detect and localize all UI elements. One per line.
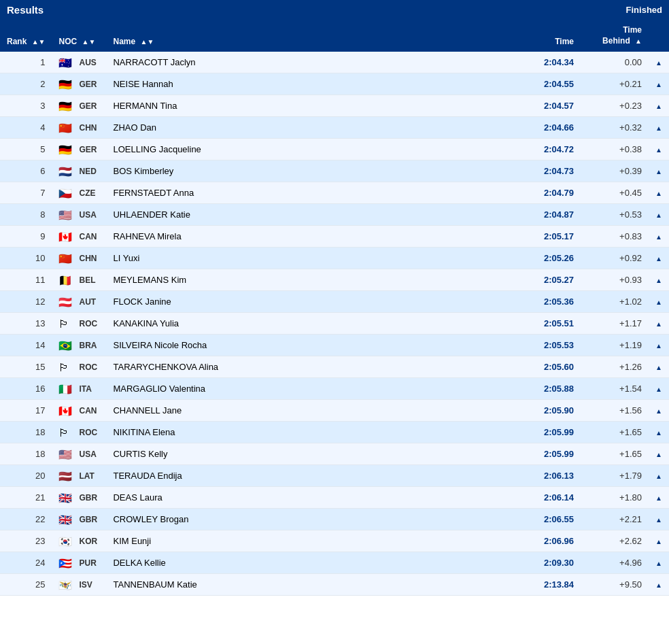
noc-code: NED (79, 167, 96, 176)
behind-cell: +0.93 (581, 269, 649, 291)
expand-chevron[interactable] (649, 226, 669, 248)
rank-cell: 12 (0, 291, 52, 313)
time-cell: 2:06.96 (499, 530, 581, 552)
expand-chevron[interactable] (649, 313, 669, 335)
time-cell: 2:04.55 (499, 73, 581, 95)
rank-cell: 9 (0, 226, 52, 248)
time-cell: 2:04.73 (499, 160, 581, 182)
expand-chevron[interactable] (649, 552, 669, 574)
noc-cell: 🇰🇷KOR (52, 530, 106, 552)
athlete-name: DEAS Laura (106, 487, 499, 509)
behind-cell: +0.45 (581, 182, 649, 204)
expand-chevron[interactable] (649, 378, 669, 400)
chevron-up-icon (655, 122, 662, 133)
name-header[interactable]: Name ▲▼ (106, 20, 499, 52)
noc-cell: 🇬🇧GBR (52, 487, 106, 509)
expand-chevron[interactable] (649, 465, 669, 487)
rank-cell: 15 (0, 356, 52, 378)
expand-chevron[interactable] (649, 400, 669, 422)
behind-cell: +0.92 (581, 248, 649, 269)
expand-chevron[interactable] (649, 117, 669, 139)
chevron-up-icon (655, 209, 662, 220)
chevron-up-icon (655, 188, 662, 198)
noc-cell: 🇨🇦CAN (52, 226, 106, 248)
behind-cell: +1.26 (581, 356, 649, 378)
athlete-name: MARGAGLIO Valentina (106, 378, 499, 400)
time-cell: 2:04.57 (499, 95, 581, 117)
behind-cell: +0.39 (581, 160, 649, 182)
rank-cell: 20 (0, 465, 52, 487)
time-cell: 2:05.90 (499, 400, 581, 422)
chevron-up-icon (655, 405, 662, 416)
expand-chevron[interactable] (649, 73, 669, 95)
expand-chevron[interactable] (649, 574, 669, 596)
expand-chevron[interactable] (649, 269, 669, 291)
time-cell: 2:04.66 (499, 117, 581, 139)
behind-cell: +1.56 (581, 400, 649, 422)
expand-chevron[interactable] (649, 530, 669, 552)
chevron-up-icon (655, 79, 662, 89)
time-cell: 2:05.51 (499, 313, 581, 335)
expand-chevron[interactable] (649, 487, 669, 509)
behind-cell: +1.17 (581, 313, 649, 335)
noc-cell: 🇨🇳CHN (52, 248, 106, 269)
expand-chevron[interactable] (649, 52, 669, 73)
flag-icon: 🇦🇺 (58, 58, 73, 67)
expand-chevron[interactable] (649, 182, 669, 204)
flag-icon: 🇩🇪 (58, 101, 73, 111)
table-row: 6🇳🇱NEDBOS Kimberley2:04.73+0.39 (0, 160, 669, 182)
expand-chevron[interactable] (649, 95, 669, 117)
athlete-name: MEYLEMANS Kim (106, 269, 499, 291)
table-row: 25🇻🇮ISVTANNENBAUM Katie2:13.84+9.50 (0, 574, 669, 596)
expand-chevron[interactable] (649, 509, 669, 530)
chevron-up-icon (655, 536, 662, 546)
chevron-up-icon (655, 579, 662, 590)
time-behind-header[interactable]: Time Behind ▲ (581, 20, 649, 52)
rank-cell: 10 (0, 248, 52, 269)
noc-code: CHN (79, 254, 97, 263)
time-header[interactable]: Time (499, 20, 581, 52)
expand-chevron[interactable] (649, 335, 669, 356)
table-row: 23🇰🇷KORKIM Eunji2:06.96+2.62 (0, 530, 669, 552)
expand-chevron[interactable] (649, 291, 669, 313)
rank-cell: 25 (0, 574, 52, 596)
noc-header[interactable]: NOC ▲▼ (52, 20, 106, 52)
noc-code: CZE (79, 188, 95, 198)
table-row: 13🏳ROCKANAKINA Yulia2:05.51+1.17 (0, 313, 669, 335)
rank-cell: 2 (0, 73, 52, 95)
table-row: 14🇧🇷BRASILVEIRA Nicole Rocha2:05.53+1.19 (0, 335, 669, 356)
behind-cell: +0.32 (581, 117, 649, 139)
expand-chevron[interactable] (649, 139, 669, 160)
time-cell: 2:04.72 (499, 139, 581, 160)
expand-header (649, 20, 669, 52)
expand-chevron[interactable] (649, 443, 669, 465)
athlete-name: CHANNELL Jane (106, 400, 499, 422)
expand-chevron[interactable] (649, 248, 669, 269)
expand-chevron[interactable] (649, 160, 669, 182)
behind-cell: +0.83 (581, 226, 649, 248)
rank-cell: 18 (0, 443, 52, 465)
athlete-name: KANAKINA Yulia (106, 313, 499, 335)
table-row: 22🇬🇧GBRCROWLEY Brogan2:06.55+2.21 (0, 509, 669, 530)
rank-header[interactable]: Rank ▲▼ (0, 20, 52, 52)
table-row: 20🇱🇻LATTERAUDA Endija2:06.13+1.79 (0, 465, 669, 487)
rank-cell: 16 (0, 378, 52, 400)
table-row: 5🇩🇪GERLOELLING Jacqueline2:04.72+0.38 (0, 139, 669, 160)
expand-chevron[interactable] (649, 204, 669, 226)
noc-code: AUS (79, 58, 96, 67)
expand-chevron[interactable] (649, 356, 669, 378)
noc-code: GER (79, 145, 97, 154)
table-row: 16🇮🇹ITAMARGAGLIO Valentina2:05.88+1.54 (0, 378, 669, 400)
flag-icon: 🇨🇳 (58, 254, 73, 263)
behind-cell: +0.21 (581, 73, 649, 95)
noc-code: CAN (79, 406, 97, 416)
rank-cell: 11 (0, 269, 52, 291)
table-row: 9🇨🇦CANRAHNEVA Mirela2:05.17+0.83 (0, 226, 669, 248)
time-cell: 2:05.53 (499, 335, 581, 356)
expand-chevron[interactable] (649, 422, 669, 443)
flag-icon: 🇩🇪 (58, 80, 73, 89)
athlete-name: KIM Eunji (106, 530, 499, 552)
time-cell: 2:06.14 (499, 487, 581, 509)
behind-cell: +1.65 (581, 422, 649, 443)
behind-cell: +2.21 (581, 509, 649, 530)
